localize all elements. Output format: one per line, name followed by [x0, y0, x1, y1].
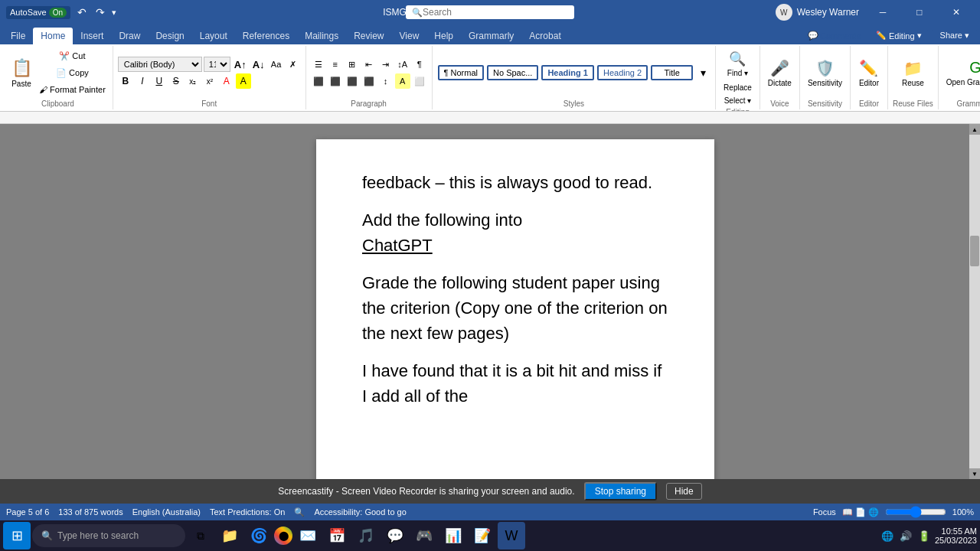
datetime[interactable]: 10:55 AM 25/03/2023 [935, 527, 977, 545]
line-spacing-btn[interactable]: ↕ [378, 73, 394, 89]
close-btn[interactable]: ✕ [939, 0, 974, 24]
hide-btn[interactable]: Hide [666, 483, 702, 500]
scroll-track[interactable] [969, 135, 980, 468]
font-color-btn[interactable]: A [219, 73, 234, 89]
tab-view[interactable]: View [392, 28, 427, 44]
search-box[interactable]: 🔍 [406, 5, 574, 19]
underline-btn[interactable]: U [152, 73, 167, 89]
start-button[interactable]: ⊞ [3, 522, 31, 549]
mail-btn[interactable]: ✉️ [294, 522, 322, 549]
read-view-icon[interactable]: 📖 [842, 507, 853, 517]
comments-btn[interactable]: 💬 Comments [803, 28, 865, 43]
subscript-btn[interactable]: x₂ [185, 73, 201, 89]
page-info[interactable]: Page 5 of 6 [6, 507, 49, 517]
select-btn[interactable]: Select ▾ [721, 95, 755, 106]
zoom-slider[interactable] [885, 506, 946, 518]
tab-draw[interactable]: Draw [111, 28, 148, 44]
tab-grammarly[interactable]: Grammarly [461, 28, 521, 44]
doc-page[interactable]: feedback – this is always good to read. … [316, 139, 714, 479]
style-heading2-btn[interactable]: Heading 2 [597, 65, 648, 80]
share-btn[interactable]: Share ▾ [933, 28, 977, 43]
superscript-btn[interactable]: x² [202, 73, 217, 89]
copy-btn[interactable]: 📄 Copy [37, 65, 108, 80]
font-size-select[interactable]: 11 [204, 57, 230, 72]
style-heading1-btn[interactable]: Heading 1 [541, 65, 594, 80]
style-title-btn[interactable]: Title [651, 65, 693, 80]
app1-btn[interactable]: 📊 [439, 522, 467, 549]
shading-btn[interactable]: A [395, 73, 410, 89]
doc-scroll[interactable]: feedback – this is always good to read. … [84, 124, 946, 479]
focus-btn[interactable]: Focus [813, 507, 836, 517]
search-input[interactable] [423, 7, 556, 18]
justify-btn[interactable]: ⬛ [361, 73, 377, 89]
highlight-btn[interactable]: A [236, 73, 251, 89]
replace-btn[interactable]: Replace [720, 82, 755, 93]
format-painter-btn[interactable]: 🖌 Format Painter [37, 82, 108, 97]
edge-btn[interactable]: 🌀 [245, 522, 273, 549]
volume-icon[interactable]: 🔊 [898, 529, 913, 543]
battery-icon[interactable]: 🔋 [916, 529, 932, 543]
align-center-btn[interactable]: ⬛ [328, 73, 343, 89]
scroll-thumb[interactable] [970, 236, 979, 266]
borders-btn[interactable]: ⬜ [412, 73, 427, 89]
spotify-btn[interactable]: 🎵 [352, 522, 380, 549]
tab-mailings[interactable]: Mailings [297, 28, 346, 44]
style-no-space-btn[interactable]: No Spac... [487, 65, 538, 80]
minimize-btn[interactable]: ─ [865, 0, 900, 24]
align-left-btn[interactable]: ⬛ [311, 73, 326, 89]
indent-decrease-btn[interactable]: ⇤ [361, 57, 377, 72]
doc-content[interactable]: feedback – this is always good to read. … [362, 170, 668, 409]
calendar-btn[interactable]: 📅 [323, 522, 351, 549]
redo-btn[interactable]: ↷ [93, 5, 107, 20]
network-icon[interactable]: 🌐 [880, 529, 895, 543]
decrease-font-btn[interactable]: A↓ [250, 57, 267, 72]
sort-btn[interactable]: ↕A [395, 57, 410, 72]
autosave-toggle[interactable]: On [49, 8, 67, 18]
discord-btn[interactable]: 💬 [381, 522, 409, 549]
maximize-btn[interactable]: □ [902, 0, 937, 24]
find-btn[interactable]: 🔍 Find ▾ [724, 47, 751, 80]
bullets-btn[interactable]: ☰ [311, 57, 326, 72]
change-case-btn[interactable]: Aa [269, 57, 284, 72]
tab-home[interactable]: Home [33, 28, 73, 44]
strikethrough-btn[interactable]: S [168, 73, 184, 89]
word-count[interactable]: 133 of 875 words [58, 507, 122, 517]
tab-layout[interactable]: Layout [192, 28, 235, 44]
explorer-btn[interactable]: 📁 [216, 522, 243, 549]
paste-btn[interactable]: 📋 Paste [8, 51, 35, 94]
open-grammarly-btn[interactable]: G Open Grammarly [943, 51, 980, 94]
bold-btn[interactable]: B [118, 73, 133, 89]
dictate-btn[interactable]: 🎤 Dictate [765, 51, 795, 94]
sensitivity-btn[interactable]: 🛡️ Sensitivity [805, 51, 845, 94]
taskbar-search[interactable]: 🔍 Type here to search [32, 524, 185, 547]
editing-mode-btn[interactable]: ✏️ Editing ▾ [870, 28, 928, 43]
quick-access-more[interactable]: ▾ [112, 8, 116, 18]
language[interactable]: English (Australia) [132, 507, 201, 517]
taskbar-search-placeholder[interactable]: Type here to search [57, 530, 139, 541]
editor-btn[interactable]: ✏️ Editor [855, 51, 883, 94]
tab-references[interactable]: References [235, 28, 297, 44]
tab-design[interactable]: Design [148, 28, 191, 44]
tab-file[interactable]: File [3, 28, 33, 44]
zoom-level[interactable]: 100% [952, 507, 974, 517]
clear-format-btn[interactable]: ✗ [286, 57, 301, 72]
font-family-select[interactable]: Calibri (Body) [118, 57, 202, 72]
tab-help[interactable]: Help [426, 28, 461, 44]
show-formatting-btn[interactable]: ¶ [412, 57, 427, 72]
text-predictions[interactable]: Text Predictions: On [210, 507, 285, 517]
tab-acrobat[interactable]: Acrobat [521, 28, 568, 44]
styles-more-btn[interactable]: ▾ [695, 65, 710, 80]
web-view-icon[interactable]: 🌐 [868, 507, 879, 517]
tab-insert[interactable]: Insert [73, 28, 111, 44]
align-right-btn[interactable]: ⬛ [345, 73, 360, 89]
style-normal-btn[interactable]: ¶ Normal [438, 65, 484, 80]
numbering-btn[interactable]: ≡ [328, 57, 343, 72]
multilevel-list-btn[interactable]: ⊞ [345, 57, 360, 72]
scroll-down-btn[interactable]: ▼ [969, 468, 980, 479]
app2-btn[interactable]: 📝 [469, 522, 496, 549]
italic-btn[interactable]: I [135, 73, 150, 89]
stop-sharing-btn[interactable]: Stop sharing [584, 482, 657, 500]
chrome-btn[interactable]: ⬤ [274, 527, 292, 545]
tab-review[interactable]: Review [346, 28, 391, 44]
increase-font-btn[interactable]: A↑ [232, 57, 249, 72]
